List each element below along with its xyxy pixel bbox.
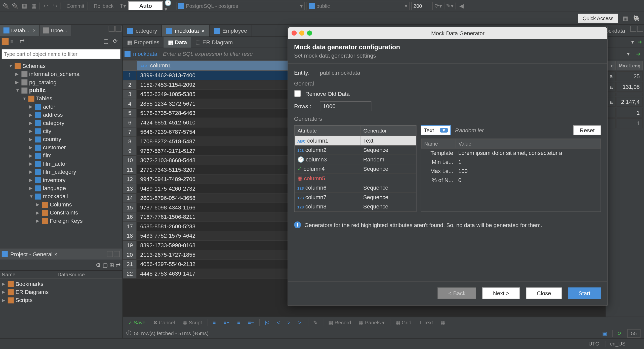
close-window-icon[interactable] [292,30,297,35]
perspective-icon[interactable]: ▦ [622,14,629,22]
maximize-icon[interactable] [114,251,120,257]
add-row-icon[interactable]: ≡ [210,319,218,326]
tree-tables[interactable]: ▼Tables [0,94,122,102]
tx-icon[interactable]: T▾ [119,2,127,10]
tree-table-category[interactable]: ▶category [0,119,122,127]
generators-table[interactable]: AttributeGenerator ABC column1Text123 co… [294,125,416,212]
tree-table-actor[interactable]: ▶actor [0,103,122,111]
pencil-icon[interactable]: ✎▾ [446,2,454,10]
add-row2-icon[interactable]: ≡+ [221,319,232,326]
plug2-icon[interactable]: 🔌 [11,2,19,10]
refresh-icon[interactable]: ⟳▾ [434,2,442,10]
property-row[interactable]: Max Le...100 [421,166,600,176]
sub-tab-data[interactable]: ▦Data [164,37,191,48]
sub-tab-er[interactable]: ⬚ER Diagram [191,37,237,48]
minimize-icon[interactable] [107,251,113,257]
dialog-titlebar[interactable]: Mock Data Generator [288,27,607,39]
chart-icon[interactable]: ▦ [438,319,448,326]
generator-row[interactable]: 🕐 column3Random [295,155,416,164]
table-row[interactable] [607,93,643,96]
grid-view-button[interactable]: ▦ Grid [393,319,414,326]
table-row[interactable]: a2,147,4 [607,97,643,107]
minimize-window-icon[interactable] [299,30,304,35]
next-button[interactable]: Next > [482,287,520,299]
quick-access-button[interactable]: Quick Access [578,14,618,23]
collapse-icon[interactable]: ≡ [10,37,18,45]
text-view-button[interactable]: T Text [417,319,436,326]
project-nav-tab[interactable]: Прое... [39,25,71,36]
link-icon[interactable]: ⇄ [20,37,28,45]
property-row[interactable]: % of N...0 [421,176,600,185]
copy-icon[interactable]: ▢ [103,37,111,45]
tree-info-schema[interactable]: ▶information_schema [0,70,122,78]
tree-table-city[interactable]: ▶city [0,127,122,135]
record-button[interactable]: ▦ Record [326,319,354,326]
database-nav-tab[interactable]: Datab... × [0,25,39,36]
remove-old-checkbox[interactable] [294,90,301,97]
tree-table-film[interactable]: ▶film [0,151,122,159]
tree-table-country[interactable]: ▶country [0,135,122,143]
filter-hint[interactable]: Enter a SQL expression to filter resu [163,51,253,57]
sub-tab-properties[interactable]: ▦Properties [123,37,164,48]
tree-pg-catalog[interactable]: ▶pg_catalog [0,78,122,86]
proj-bookmarks[interactable]: ▶Bookmarks [0,280,122,288]
proj-er[interactable]: ▶ER Diagrams [0,288,122,296]
generator-row[interactable]: 123 column7Sequence [295,192,416,202]
arrow2-icon[interactable]: ↪ [51,2,59,10]
dd-icon[interactable] [2,38,9,45]
tool-icon[interactable]: ✎ [311,319,320,326]
commit-button[interactable]: Commit [63,2,88,10]
close-icon[interactable]: × [33,27,36,33]
generator-row[interactable]: 123 column8Sequence [295,202,416,211]
generator-row[interactable]: ABC column1Text [295,136,416,145]
dropdown-icon[interactable]: ▾ [625,49,632,59]
proj-scripts[interactable]: ▶Scripts [0,296,122,304]
link-icon[interactable]: ⇄ [116,262,121,268]
rows-input[interactable] [320,101,371,111]
tree-columns[interactable]: ▶Columns [0,200,122,208]
generator-row[interactable]: ✓ column4Sequence [295,164,416,174]
export-icon[interactable]: ▣ [602,330,607,336]
minimize-icon[interactable] [109,26,115,32]
close-button[interactable]: Close [526,287,562,299]
next-icon[interactable]: > [285,319,293,326]
tree-table-film-actor[interactable]: ▶film_actor [0,160,122,168]
maximize-icon[interactable] [115,26,122,32]
maximize-icon[interactable] [637,26,643,32]
start-button[interactable]: Start [568,287,601,299]
tree-foreign-keys[interactable]: ▶Foreign Keys [0,217,122,225]
tab-category[interactable]: category [123,25,162,36]
auto-commit-combo[interactable]: Auto [129,1,163,10]
tree-table-inventory[interactable]: ▶inventory [0,176,122,184]
clock-icon[interactable]: 🕐▾ [165,2,172,10]
sql-icon[interactable]: ▦ [21,2,28,10]
back-icon[interactable]: ◀ [458,2,465,10]
first-icon[interactable]: |< [262,319,272,326]
arrow-icon[interactable]: ➜ [634,49,642,59]
sql2-icon[interactable]: ▦ [30,2,38,10]
reset-button[interactable]: Reset [573,125,601,135]
del-row-icon[interactable]: ≡− [245,319,256,326]
property-row[interactable]: Min Le...1 [421,157,600,166]
tree-table-customer[interactable]: ▶customer [0,143,122,151]
tab-employee[interactable]: Employee [210,25,252,36]
script-button[interactable]: ▦ Script [180,319,205,326]
generator-row[interactable]: 123 column2Sequence [295,145,416,155]
table-row[interactable]: a25 [607,71,643,81]
table-row[interactable]: 1 [607,108,643,117]
arrow1-icon[interactable]: ↩ [42,2,50,10]
tree-table-address[interactable]: ▶address [0,111,122,119]
tree-schemas[interactable]: ▼Schemas [0,62,122,70]
rollback-button[interactable]: Rollback [90,2,117,10]
dropdown-icon[interactable]: ▾ [629,37,636,48]
elephant-icon[interactable]: 🐘 [633,14,641,22]
generator-row[interactable]: 123 column6Sequence [295,183,416,193]
schema-combo[interactable]: public ▾ [307,2,410,10]
zoom-window-icon[interactable] [307,30,312,35]
save-button[interactable]: ✓ Save [125,319,148,326]
refresh-nav-icon[interactable]: ⟳ [113,37,121,45]
refresh-icon[interactable]: ⟳ [618,330,622,336]
tab-mockdata[interactable]: mockdata× [162,25,209,36]
tree-table-mockada1[interactable]: ▼mockada1 [0,192,122,200]
prev-icon[interactable]: < [274,319,282,326]
